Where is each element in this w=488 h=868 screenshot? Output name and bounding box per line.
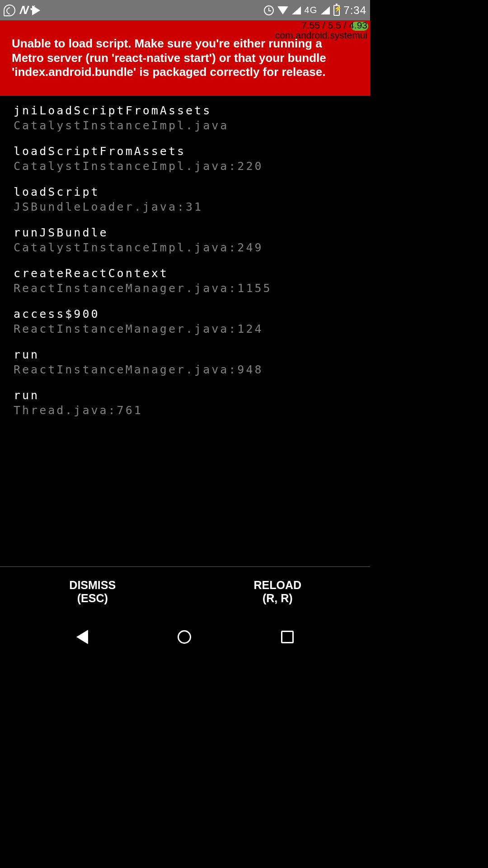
- stack-location: ReactInstanceManager.java:1155: [14, 282, 357, 295]
- stack-trace[interactable]: jniLoadScriptFromAssets CatalystInstance…: [0, 96, 370, 438]
- dismiss-label: DISMISS: [69, 579, 116, 592]
- stack-method: loadScript: [14, 185, 357, 198]
- stack-location: CatalystInstanceImpl.java:220: [14, 160, 357, 173]
- debug-package-text: com.android.systemui: [275, 30, 367, 40]
- dismiss-hint: (ESC): [77, 592, 108, 605]
- stack-location: JSBundleLoader.java:31: [14, 200, 357, 213]
- stack-frame[interactable]: access$900 ReactInstanceManager.java:124: [14, 307, 357, 335]
- reload-hint: (R, R): [263, 592, 293, 605]
- stack-frame[interactable]: createReactContext ReactInstanceManager.…: [14, 267, 357, 295]
- status-indicators: 4G 7:34: [264, 4, 366, 17]
- stack-frame[interactable]: runJSBundle CatalystInstanceImpl.java:24…: [14, 226, 357, 254]
- battery-charging-icon: [333, 5, 340, 16]
- stack-method: jniLoadScriptFromAssets: [14, 104, 357, 117]
- stack-location: Thread.java:761: [14, 404, 357, 417]
- stack-method: createReactContext: [14, 267, 357, 280]
- stack-location: ReactInstanceManager.java:948: [14, 363, 357, 376]
- stack-frame[interactable]: jniLoadScriptFromAssets CatalystInstance…: [14, 104, 357, 132]
- debug-metrics-text: 7.55 / 5.5 / 4.93: [275, 20, 367, 30]
- stack-method: loadScriptFromAssets: [14, 145, 357, 158]
- stack-frame[interactable]: loadScript JSBundleLoader.java:31: [14, 185, 357, 213]
- redbox-button-bar: DISMISS (ESC) RELOAD (R, R): [0, 566, 370, 616]
- dismiss-button[interactable]: DISMISS (ESC): [0, 567, 185, 616]
- android-status-bar: N 4G 7:34: [0, 0, 370, 20]
- android-nav-bar: [0, 616, 370, 658]
- reload-label: RELOAD: [253, 579, 301, 592]
- recents-icon[interactable]: [281, 631, 294, 643]
- reload-button[interactable]: RELOAD (R, R): [185, 567, 371, 616]
- stack-method: run: [14, 389, 357, 402]
- status-notifications: N: [4, 3, 40, 17]
- whatsapp-icon: [4, 5, 15, 16]
- app-content: 7.55 / 5.5 / 4.93 com.android.systemui U…: [0, 20, 370, 616]
- alarm-icon: [264, 5, 274, 15]
- stack-location: CatalystInstanceImpl.java: [14, 119, 357, 132]
- back-icon[interactable]: [76, 630, 88, 644]
- debug-overlay: 7.55 / 5.5 / 4.93 com.android.systemui: [275, 20, 367, 40]
- stack-method: runJSBundle: [14, 226, 357, 239]
- stack-method: run: [14, 348, 357, 361]
- stack-location: CatalystInstanceImpl.java:249: [14, 241, 357, 254]
- wifi-icon: [277, 6, 288, 14]
- notification-n-icon: N: [19, 3, 28, 17]
- home-icon[interactable]: [178, 630, 191, 644]
- stack-method: access$900: [14, 307, 357, 321]
- error-message-text: Unable to load script. Make sure you're …: [12, 37, 344, 80]
- stack-frame[interactable]: run Thread.java:761: [14, 389, 357, 417]
- signal-icon-2: [321, 6, 330, 14]
- stack-location: ReactInstanceManager.java:124: [14, 322, 357, 335]
- stack-frame[interactable]: loadScriptFromAssets CatalystInstanceImp…: [14, 145, 357, 173]
- signal-icon: [292, 6, 301, 14]
- play-store-icon: [32, 5, 40, 15]
- clock-text: 7:34: [343, 4, 366, 17]
- network-type-label: 4G: [305, 5, 318, 15]
- stack-frame[interactable]: run ReactInstanceManager.java:948: [14, 348, 357, 376]
